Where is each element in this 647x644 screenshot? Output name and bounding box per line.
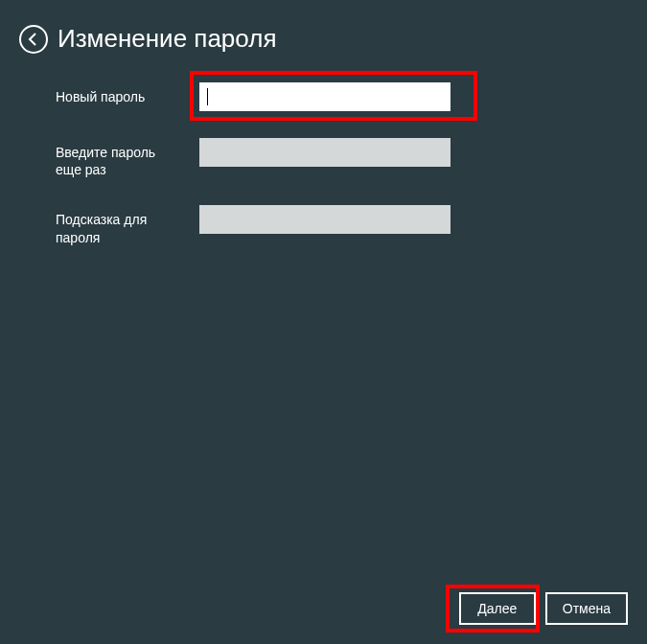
password-hint-input[interactable] (199, 205, 451, 234)
confirm-password-input[interactable] (199, 138, 451, 167)
new-password-input[interactable] (199, 82, 451, 111)
password-hint-input-wrap (199, 205, 451, 234)
new-password-row: Новый пароль (56, 82, 591, 111)
header: Изменение пароля (0, 0, 647, 63)
cancel-button[interactable]: Отмена (545, 592, 628, 625)
new-password-input-wrap (199, 82, 451, 111)
footer: Далее Отмена (459, 592, 628, 625)
password-hint-row: Подсказка для пароля (56, 205, 591, 245)
form-area: Новый пароль Введите пароль еще раз Подс… (0, 63, 647, 292)
next-button[interactable]: Далее (459, 592, 536, 625)
confirm-password-row: Введите пароль еще раз (56, 138, 591, 178)
password-hint-label: Подсказка для пароля (56, 205, 180, 245)
confirm-password-label: Введите пароль еще раз (56, 138, 180, 178)
new-password-label: Новый пароль (56, 82, 180, 105)
back-button[interactable] (19, 25, 48, 54)
confirm-password-input-wrap (199, 138, 451, 167)
text-caret (207, 88, 208, 105)
arrow-left-icon (26, 32, 41, 47)
page-title: Изменение пароля (58, 24, 276, 54)
